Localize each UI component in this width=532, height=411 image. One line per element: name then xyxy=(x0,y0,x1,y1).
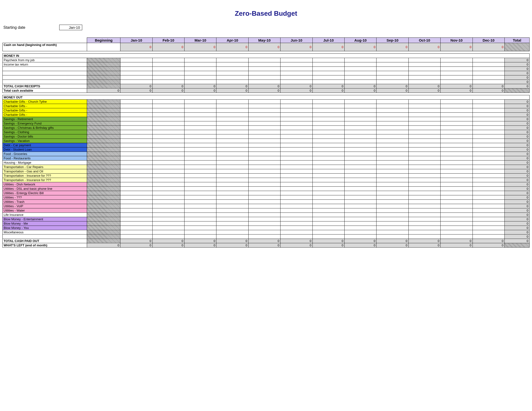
cell[interactable] xyxy=(281,182,313,187)
cell[interactable] xyxy=(377,139,408,143)
cell[interactable] xyxy=(473,108,504,113)
cell[interactable] xyxy=(281,191,313,195)
cell[interactable] xyxy=(408,222,440,226)
cell[interactable] xyxy=(248,67,280,71)
cell[interactable] xyxy=(248,134,280,139)
cell[interactable] xyxy=(152,130,184,134)
cell[interactable] xyxy=(408,174,440,178)
cell[interactable] xyxy=(408,152,440,156)
cell[interactable] xyxy=(152,134,184,139)
cell[interactable] xyxy=(248,217,280,222)
row-label[interactable]: Food - Groceries xyxy=(3,152,87,156)
cell[interactable] xyxy=(152,62,184,67)
cell[interactable] xyxy=(473,156,504,160)
cell[interactable] xyxy=(473,58,504,62)
cell[interactable] xyxy=(120,58,152,62)
cell[interactable] xyxy=(120,117,152,121)
cell[interactable] xyxy=(184,226,216,230)
cell[interactable] xyxy=(408,226,440,230)
cell[interactable]: 0 xyxy=(408,43,440,51)
cell[interactable]: 0 xyxy=(184,43,216,51)
cell[interactable] xyxy=(408,204,440,208)
cell[interactable] xyxy=(120,187,152,191)
cell[interactable] xyxy=(408,191,440,195)
cell[interactable] xyxy=(377,230,408,234)
cell[interactable] xyxy=(120,143,152,148)
cell[interactable] xyxy=(216,191,248,195)
cell[interactable] xyxy=(120,226,152,230)
cell[interactable] xyxy=(248,182,280,187)
cell[interactable] xyxy=(408,234,440,239)
cell[interactable] xyxy=(120,80,152,84)
cell[interactable] xyxy=(120,121,152,126)
row-label[interactable]: Savings - Clothing xyxy=(3,130,87,134)
cell[interactable] xyxy=(120,200,152,204)
cell[interactable] xyxy=(408,121,440,126)
cell[interactable] xyxy=(313,156,344,160)
cell[interactable]: 0 xyxy=(377,43,408,51)
cell[interactable] xyxy=(377,204,408,208)
cell[interactable] xyxy=(152,121,184,126)
cell[interactable] xyxy=(248,204,280,208)
cell[interactable] xyxy=(120,100,152,104)
cell[interactable] xyxy=(184,187,216,191)
cell[interactable] xyxy=(377,113,408,117)
cell[interactable] xyxy=(120,195,152,200)
cell[interactable] xyxy=(377,217,408,222)
cell[interactable] xyxy=(313,139,344,143)
cell[interactable] xyxy=(473,75,504,80)
cell[interactable] xyxy=(281,130,313,134)
cell[interactable] xyxy=(281,139,313,143)
cell[interactable] xyxy=(473,160,504,165)
cell[interactable] xyxy=(184,130,216,134)
cell[interactable] xyxy=(184,148,216,152)
cell[interactable] xyxy=(184,121,216,126)
cell[interactable] xyxy=(216,187,248,191)
cell[interactable] xyxy=(216,117,248,121)
cell[interactable] xyxy=(281,234,313,239)
cell[interactable] xyxy=(281,62,313,67)
row-label[interactable]: Food - Restaurants xyxy=(3,156,87,160)
cell[interactable] xyxy=(216,71,248,75)
cell[interactable] xyxy=(473,71,504,75)
cell[interactable] xyxy=(441,208,473,213)
cell[interactable] xyxy=(281,174,313,178)
cell[interactable] xyxy=(377,134,408,139)
cell[interactable] xyxy=(248,191,280,195)
cell[interactable] xyxy=(473,165,504,169)
cell[interactable] xyxy=(216,200,248,204)
cell[interactable] xyxy=(216,152,248,156)
cell[interactable] xyxy=(152,75,184,80)
cell[interactable] xyxy=(216,134,248,139)
cell[interactable] xyxy=(345,139,377,143)
cell[interactable] xyxy=(281,226,313,230)
row-label[interactable]: Debt - Student Loan xyxy=(3,148,87,152)
cell[interactable] xyxy=(473,80,504,84)
cell[interactable] xyxy=(152,234,184,239)
row-label[interactable]: Paycheck from my job xyxy=(3,58,87,62)
cell[interactable] xyxy=(441,71,473,75)
cell[interactable] xyxy=(248,165,280,169)
cell[interactable] xyxy=(216,148,248,152)
cell[interactable] xyxy=(345,208,377,213)
cell[interactable] xyxy=(152,204,184,208)
cell[interactable] xyxy=(281,169,313,174)
cell[interactable] xyxy=(345,234,377,239)
cell[interactable] xyxy=(216,75,248,80)
cell[interactable] xyxy=(377,200,408,204)
cell[interactable] xyxy=(216,230,248,234)
cell[interactable] xyxy=(281,204,313,208)
cell[interactable] xyxy=(441,182,473,187)
cell[interactable] xyxy=(248,58,280,62)
cell[interactable] xyxy=(377,71,408,75)
cell[interactable]: 0 xyxy=(248,43,280,51)
cell[interactable] xyxy=(473,226,504,230)
cell[interactable] xyxy=(313,80,344,84)
cell[interactable]: 0 xyxy=(313,43,344,51)
cell[interactable] xyxy=(184,217,216,222)
cell[interactable] xyxy=(345,213,377,217)
row-label[interactable]: Utilities - ??? xyxy=(3,195,87,200)
cell[interactable] xyxy=(441,217,473,222)
cell[interactable] xyxy=(441,200,473,204)
cell[interactable] xyxy=(152,191,184,195)
